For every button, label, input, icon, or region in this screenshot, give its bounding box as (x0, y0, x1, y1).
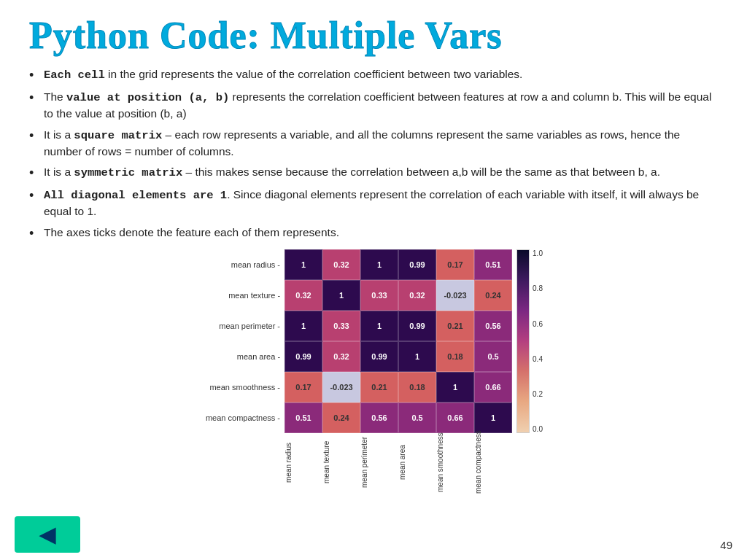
heatmap-cell-4-3: 0.18 (398, 372, 436, 402)
bullet-text-6: The axes ticks denote the feature each o… (44, 225, 718, 241)
bullet-text-4: It is a symmetric matrix – this makes se… (44, 164, 718, 181)
colorbar-wrapper: 1.00.80.60.40.20.0 (516, 249, 543, 433)
bullet-5-bold: All diagonal elements are 1 (44, 189, 227, 202)
heatmap-cell-3-0: 0.99 (285, 341, 322, 372)
bullet-list: • Each cell in the grid represents the v… (29, 66, 718, 242)
bullet-item-1: • Each cell in the grid represents the v… (29, 66, 718, 84)
colorbar-label: 0.0 (533, 425, 543, 433)
heatmap-cell-4-5: 0.66 (474, 372, 512, 402)
col-label-1: mean texture (322, 435, 360, 493)
heatmap-cell-2-3: 0.99 (398, 311, 436, 341)
bullet-text-3: It is a square matrix – each row represe… (44, 127, 718, 160)
heatmap-cell-0-3: 0.99 (398, 249, 436, 280)
heatmap-cell-5-3: 0.5 (398, 402, 436, 433)
col-label-2: mean perimeter (360, 435, 398, 493)
heatmap-cell-1-4: -0.023 (436, 280, 474, 311)
bullet-text-5: All diagonal elements are 1. Since diago… (44, 187, 718, 220)
page-number: 49 (720, 539, 732, 551)
colorbar-label: 0.8 (533, 284, 543, 292)
bullet-item-3: • It is a square matrix – each row repre… (29, 127, 718, 160)
bullet-item-6: • The axes ticks denote the feature each… (29, 225, 718, 242)
bullet-item-5: • All diagonal elements are 1. Since dia… (29, 187, 718, 220)
heatmap-container: mean radius -10.3210.990.170.51mean text… (204, 249, 543, 493)
heatmap-cell-3-1: 0.32 (322, 341, 360, 372)
bullet-dot-3: • (29, 127, 44, 144)
heatmap-cell-2-0: 1 (285, 311, 322, 341)
row-label-0: mean radius - (204, 249, 285, 280)
back-arrow-icon: ◀ (39, 523, 55, 547)
heatmap-grid: mean radius -10.3210.990.170.51mean text… (204, 249, 512, 433)
bullet-text-1: Each cell in the grid represents the val… (44, 66, 718, 83)
col-label-4: mean smoothness (436, 435, 474, 493)
colorbar-label: 0.2 (533, 390, 543, 398)
heatmap-cell-2-5: 0.56 (474, 311, 512, 341)
heatmap-cell-4-1: -0.023 (322, 372, 360, 402)
col-label-0: mean radius (285, 435, 322, 493)
row-label-1: mean texture - (204, 280, 285, 311)
colorbar-scale (516, 249, 530, 433)
heatmap-cell-2-2: 1 (360, 311, 398, 341)
bullet-3-bold: square matrix (74, 129, 162, 142)
slide-title: Python Code: Multiple Vars (29, 15, 718, 56)
heatmap-cell-0-4: 0.17 (436, 249, 474, 280)
colorbar-label: 0.6 (533, 320, 543, 328)
heatmap-cell-0-5: 0.51 (474, 249, 512, 280)
bullet-item-2: • The value at position (a, b) represent… (29, 89, 718, 122)
heatmap-cell-5-4: 0.66 (436, 402, 474, 433)
heatmap-cell-3-2: 0.99 (360, 341, 398, 372)
bullet-dot-2: • (29, 89, 44, 106)
heatmap-cell-1-2: 0.33 (360, 280, 398, 311)
row-label-3: mean area - (204, 341, 285, 372)
bullet-text-2: The value at position (a, b) represents … (44, 89, 718, 122)
row-label-2: mean perimeter - (204, 311, 285, 341)
heatmap-cell-0-0: 1 (285, 249, 322, 280)
heatmap-cell-1-5: 0.24 (474, 280, 512, 311)
heatmap-cell-2-4: 0.21 (436, 311, 474, 341)
heatmap-grid-wrapper: mean radius -10.3210.990.170.51mean text… (204, 249, 512, 493)
heatmap-cell-2-1: 0.33 (322, 311, 360, 341)
row-label-5: mean compactness - (204, 402, 285, 433)
heatmap-cell-4-4: 1 (436, 372, 474, 402)
colorbar-label: 0.4 (533, 355, 543, 363)
bullet-dot-6: • (29, 225, 44, 242)
bullet-item-4: • It is a symmetric matrix – this makes … (29, 164, 718, 182)
heatmap-cell-3-4: 0.18 (436, 341, 474, 372)
bullet-dot-5: • (29, 187, 44, 204)
heatmap-cell-3-5: 0.5 (474, 341, 512, 372)
colorbar-label: 1.0 (533, 249, 543, 257)
slide: Python Code: Multiple Vars • Each cell i… (0, 0, 747, 560)
heatmap-cell-5-5: 1 (474, 402, 512, 433)
heatmap-cell-5-2: 0.56 (360, 402, 398, 433)
colorbar-labels: 1.00.80.60.40.20.0 (533, 249, 543, 433)
heatmap-cell-1-0: 0.32 (285, 280, 322, 311)
bullet-1-bold: Each cell (44, 69, 105, 82)
heatmap-cell-3-3: 1 (398, 341, 436, 372)
bullet-2-bold: value at position (a, b) (66, 91, 229, 104)
heatmap-cell-4-2: 0.21 (360, 372, 398, 402)
heatmap-cell-0-2: 1 (360, 249, 398, 280)
heatmap-cell-4-0: 0.17 (285, 372, 322, 402)
heatmap-cell-5-0: 0.51 (285, 402, 322, 433)
col-label-5: mean compactness (474, 435, 512, 493)
col-labels: mean radiusmean texturemean perimetermea… (204, 435, 512, 493)
back-button[interactable]: ◀ (15, 516, 80, 553)
heatmap-cell-1-1: 1 (322, 280, 360, 311)
bullet-dot-1: • (29, 66, 44, 84)
col-label-3: mean area (398, 435, 436, 493)
chart-area: mean radius -10.3210.990.170.51mean text… (29, 249, 718, 493)
heatmap-cell-0-1: 0.32 (322, 249, 360, 280)
heatmap-cell-5-1: 0.24 (322, 402, 360, 433)
bullet-dot-4: • (29, 164, 44, 182)
row-label-4: mean smoothness - (204, 372, 285, 402)
bullet-4-bold: symmetric matrix (74, 166, 182, 179)
heatmap-cell-1-3: 0.32 (398, 280, 436, 311)
